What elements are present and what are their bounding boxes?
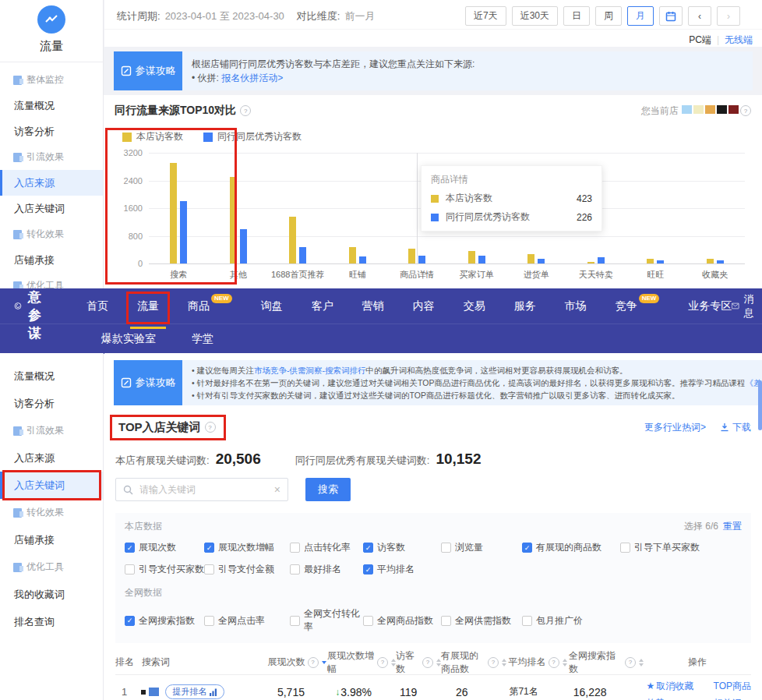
help-icon[interactable]: ? xyxy=(205,422,216,433)
sort-carets[interactable] xyxy=(563,659,567,666)
bar-同行同层优秀访客数-买家订单[interactable] xyxy=(478,256,485,263)
checkbox-引导下单买家数[interactable]: 引导下单买家数 xyxy=(620,541,742,554)
help-icon[interactable]: ? xyxy=(625,657,636,668)
checkbox-最好排名[interactable]: 最好排名 xyxy=(290,563,363,576)
signup-link[interactable]: 报名伙拼活动> xyxy=(221,72,283,83)
search-input[interactable] xyxy=(138,483,274,496)
bar-同行同层优秀访客数-天天特卖[interactable] xyxy=(598,257,605,263)
action-取消收藏[interactable]: ★取消收藏 xyxy=(647,680,704,693)
help-icon[interactable]: ? xyxy=(488,657,499,668)
nav-item-商品[interactable]: 商品NEW xyxy=(188,299,232,313)
table-header-有展现的商品数[interactable]: 有展现的商品数? xyxy=(441,649,506,676)
sidebar-item-访客分析[interactable]: 访客分析 xyxy=(0,118,103,144)
sidebar-item-流量概况[interactable]: 流量概况 xyxy=(0,362,103,390)
bar-同行同层优秀访客数-其他[interactable] xyxy=(240,229,247,263)
nav-item-客户[interactable]: 客户 xyxy=(312,299,333,313)
checkbox-展现次数[interactable]: ✓展现次数 xyxy=(125,541,204,554)
sidebar-item-店铺承接[interactable]: 店铺承接 xyxy=(0,247,103,273)
app-logo[interactable]: 生意参谋 xyxy=(14,288,52,342)
checkbox-包月推广价[interactable]: 包月推广价 xyxy=(522,607,620,634)
legend-item-own-store[interactable]: 本店访客数 xyxy=(122,130,183,143)
help-icon[interactable]: ? xyxy=(422,657,433,668)
scrollbar-thumb[interactable] xyxy=(758,380,762,430)
checkbox-平均排名[interactable]: ✓平均排名 xyxy=(363,563,441,576)
table-header-展现次数增幅[interactable]: 展现次数增幅? xyxy=(327,649,396,676)
checkbox-浏览量[interactable]: 浏览量 xyxy=(441,541,522,554)
range-button-近7天[interactable]: 近7天 xyxy=(465,6,506,26)
bar-同行同层优秀访客数-旺旺[interactable] xyxy=(657,260,664,263)
checkbox-引导支付金额[interactable]: 引导支付金额 xyxy=(204,563,290,576)
sidebar-item-店铺承接[interactable]: 店铺承接 xyxy=(0,526,103,553)
boost-rank-button[interactable]: 提升排名 xyxy=(165,684,224,699)
help-icon[interactable]: ? xyxy=(308,657,319,668)
bullet-link[interactable]: 市场竞争-供需洞察-搜索词排行 xyxy=(254,366,366,375)
bar-本店访客数-旺旺[interactable] xyxy=(647,259,654,263)
checkbox-全网支付转化率[interactable]: 全网支付转化率 xyxy=(290,607,363,634)
sidebar-item-排名查询[interactable]: 排名查询 xyxy=(0,608,103,635)
range-button-周[interactable]: 周 xyxy=(595,6,622,26)
sidebar-item-引流效果[interactable]: 引流效果 xyxy=(0,144,103,170)
nav-item-服务[interactable]: 服务 xyxy=(514,299,536,313)
bar-本店访客数-买家订单[interactable] xyxy=(468,251,475,263)
bar-同行同层优秀访客数-1688首页推荐[interactable] xyxy=(299,247,306,263)
checkbox-引导支付买家数[interactable]: 引导支付买家数 xyxy=(125,563,204,576)
calendar-button[interactable] xyxy=(659,6,683,26)
clear-icon[interactable]: × xyxy=(274,483,280,496)
bar-本店访客数-天天特卖[interactable] xyxy=(587,262,594,263)
tab-pc[interactable]: PC端 xyxy=(689,34,711,47)
table-header-平均排名[interactable]: 平均排名? xyxy=(506,656,569,669)
range-button-近30天[interactable]: 近30天 xyxy=(512,6,558,26)
sidebar-item-入店来源[interactable]: 入店来源 xyxy=(0,444,103,472)
help-icon[interactable]: ? xyxy=(549,657,559,668)
sidebar-item-入店关键词[interactable]: 入店关键词 xyxy=(0,472,103,499)
bar-本店访客数-商品详情[interactable] xyxy=(408,249,415,263)
bar-同行同层优秀访客数-搜索[interactable] xyxy=(180,201,187,263)
sidebar-item-我的收藏词[interactable]: 我的收藏词 xyxy=(0,581,103,608)
nav-item-首页[interactable]: 首页 xyxy=(86,299,108,313)
checkbox-全网点击率[interactable]: 全网点击率 xyxy=(204,607,290,634)
checkbox-全网商品指数[interactable]: 全网商品指数 xyxy=(363,607,441,634)
nav-item-市场[interactable]: 市场 xyxy=(565,299,587,313)
nav-item-业务专区[interactable]: 业务专区 xyxy=(688,299,732,313)
search-button[interactable]: 搜索 xyxy=(305,478,351,501)
sidebar-item-转化效果[interactable]: 转化效果 xyxy=(0,499,103,526)
sidebar-item-访客分析[interactable]: 访客分析 xyxy=(0,390,103,417)
nav-item-流量[interactable]: 流量 xyxy=(137,299,159,313)
sidebar-item-转化效果[interactable]: 转化效果 xyxy=(0,221,103,247)
nav-item-询盘[interactable]: 询盘 xyxy=(261,299,283,313)
messages-button[interactable]: 消息 xyxy=(732,292,757,320)
sort-carets[interactable] xyxy=(322,661,326,664)
sidebar-item-流量概况[interactable]: 流量概况 xyxy=(0,93,103,118)
checkbox-全网搜索指数[interactable]: ✓全网搜索指数 xyxy=(125,607,204,634)
legend-item-peer[interactable]: 同行同层优秀访客数 xyxy=(203,130,302,143)
nav-item-交易[interactable]: 交易 xyxy=(464,299,485,313)
table-header-全网搜索指数[interactable]: 全网搜索指数? xyxy=(569,649,644,676)
checkbox-有展现的商品数[interactable]: ✓有展现的商品数 xyxy=(522,541,620,554)
bar-本店访客数-旺铺[interactable] xyxy=(349,247,356,263)
checkbox-访客数[interactable]: ✓访客数 xyxy=(363,541,441,554)
range-button-月[interactable]: 月 xyxy=(627,6,654,26)
action-趋势[interactable]: 趋势 xyxy=(647,697,704,700)
help-icon[interactable]: ? xyxy=(740,105,751,116)
action-TOP商品[interactable]: TOP商品 xyxy=(714,680,751,693)
checkbox-全网供需指数[interactable]: 全网供需指数 xyxy=(441,607,522,634)
range-button-日[interactable]: 日 xyxy=(563,6,590,26)
more-hot-words-link[interactable]: 更多行业热词> xyxy=(644,421,706,434)
bar-同行同层优秀访客数-旺铺[interactable] xyxy=(359,256,366,263)
download-link[interactable]: 下载 xyxy=(720,421,751,434)
sidebar-item-优化工具[interactable]: 优化工具 xyxy=(0,273,103,288)
nav-item-内容[interactable]: 内容 xyxy=(413,299,435,313)
nav-item-营销[interactable]: 营销 xyxy=(362,299,384,313)
tab-wireless[interactable]: 无线端 xyxy=(725,34,753,47)
help-icon[interactable]: ? xyxy=(377,657,388,668)
bar-本店访客数-收藏夹[interactable] xyxy=(707,259,714,263)
bar-本店访客数-1688首页推荐[interactable] xyxy=(289,217,296,263)
help-icon[interactable]: ? xyxy=(240,105,251,116)
next-period-button[interactable]: › xyxy=(717,6,740,26)
sidebar-item-优化工具[interactable]: 优化工具 xyxy=(0,553,103,581)
prev-period-button[interactable]: ‹ xyxy=(688,6,711,26)
reset-button[interactable]: 重置 xyxy=(723,520,742,533)
bar-本店访客数-进货单[interactable] xyxy=(527,254,534,263)
nav-item-school[interactable]: 学堂 xyxy=(192,332,213,346)
checkbox-展现次数增幅[interactable]: ✓展现次数增幅 xyxy=(204,541,290,554)
